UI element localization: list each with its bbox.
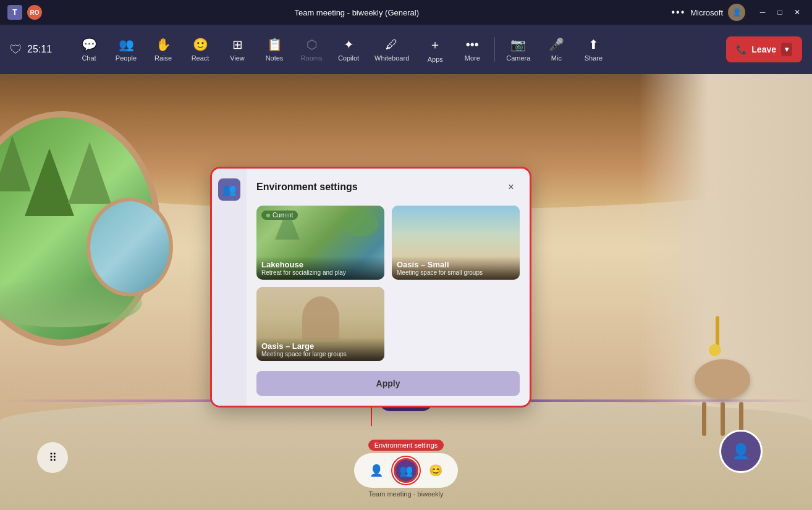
env-card-oasis-small[interactable]: Oasis – Small Meeting space for small gr… bbox=[392, 206, 520, 280]
call-timer: 25:11 bbox=[27, 44, 64, 55]
modal-content: Environment settings × Current Lakehouse… bbox=[247, 169, 530, 406]
vase-stem bbox=[716, 316, 719, 347]
inner-window bbox=[87, 198, 173, 296]
apps-button[interactable]: ＋ Apps bbox=[418, 33, 452, 67]
more-icon: ••• bbox=[466, 38, 479, 52]
share-icon: ⬆ bbox=[588, 37, 599, 52]
whiteboard-button[interactable]: 🖊 Whiteboard bbox=[368, 34, 415, 65]
table-leg-1 bbox=[702, 402, 706, 436]
mic-icon: 🎤 bbox=[549, 37, 564, 52]
table-top bbox=[695, 359, 750, 399]
notes-icon: 📋 bbox=[267, 37, 282, 52]
more-label: More bbox=[465, 54, 480, 62]
table-leg-2 bbox=[721, 402, 725, 436]
shield-icon: 🛡 bbox=[10, 43, 22, 57]
tree-3 bbox=[68, 142, 111, 204]
lakehouse-info: Lakehouse Retreat for socializing and pl… bbox=[256, 256, 384, 280]
raise-label: Raise bbox=[154, 54, 172, 62]
modal-close-button[interactable]: × bbox=[502, 178, 520, 196]
bottom-toolbar: Environment settings 👤 👥 😊 Team meeting … bbox=[354, 440, 458, 498]
toolbar: 🛡 25:11 💬 Chat 👥 People ✋ Raise 🙂 React … bbox=[0, 25, 812, 74]
notes-button[interactable]: 📋 Notes bbox=[257, 33, 292, 65]
emoji-button[interactable]: 😊 bbox=[423, 458, 448, 483]
raise-icon: ✋ bbox=[156, 37, 171, 52]
title-bar-left: T RO bbox=[7, 5, 42, 20]
camera-icon: 📷 bbox=[510, 37, 526, 52]
more-button[interactable]: ••• More bbox=[455, 34, 489, 65]
avatar-settings-button[interactable]: 👤 bbox=[364, 458, 389, 483]
minimize-button[interactable]: ─ bbox=[755, 5, 770, 20]
view-label: View bbox=[230, 54, 245, 62]
env-settings-tooltip: Environment settings bbox=[368, 440, 444, 451]
oasis-small-subtitle: Meeting space for small groups bbox=[397, 269, 515, 276]
title-bar: T RO Team meeting - biweekly (General) •… bbox=[0, 0, 812, 25]
chat-button[interactable]: 💬 Chat bbox=[72, 33, 106, 65]
meeting-label: Team meeting - biweekly bbox=[368, 490, 443, 498]
modal-header: Environment settings × bbox=[256, 178, 520, 196]
environment-settings-modal[interactable]: 👥 Environment settings × Current Lakehou… bbox=[210, 167, 531, 408]
chat-label: Chat bbox=[82, 54, 96, 62]
oasis-large-info: Oasis – Large Meeting space for large gr… bbox=[256, 338, 384, 361]
environment-icon: 👥 bbox=[218, 178, 240, 201]
env-button-ring bbox=[391, 456, 421, 485]
vase bbox=[713, 316, 721, 356]
react-label: React bbox=[192, 54, 209, 62]
oasis-large-title: Oasis – Large bbox=[261, 341, 379, 351]
close-button[interactable]: ✕ bbox=[790, 5, 805, 20]
env-card-lakehouse[interactable]: Current Lakehouse Retreat for socializin… bbox=[256, 206, 384, 280]
current-badge: Current bbox=[261, 211, 298, 220]
leave-label: Leave bbox=[751, 44, 776, 54]
empty-slot bbox=[392, 287, 520, 361]
maximize-button[interactable]: □ bbox=[772, 5, 787, 20]
copilot-label: Copilot bbox=[338, 54, 359, 62]
leave-button[interactable]: 📞 Leave ▾ bbox=[726, 36, 802, 62]
copilot-icon: ✦ bbox=[344, 37, 354, 52]
modal-sidebar: 👥 bbox=[212, 169, 247, 406]
notes-label: Notes bbox=[266, 54, 284, 62]
people-button[interactable]: 👥 People bbox=[109, 33, 143, 65]
camera-button[interactable]: 📷 Camera bbox=[500, 33, 536, 65]
oasis-large-subtitle: Meeting space for large groups bbox=[261, 351, 379, 357]
apply-button[interactable]: Apply bbox=[256, 371, 520, 396]
oasis-small-title: Oasis – Small bbox=[397, 260, 515, 269]
apps-label: Apps bbox=[428, 56, 443, 63]
more-options-icon[interactable]: ••• bbox=[671, 7, 685, 18]
react-button[interactable]: 🙂 React bbox=[183, 33, 218, 65]
meeting-title: Team meeting - biweekly (General) bbox=[42, 8, 671, 17]
share-label: Share bbox=[585, 54, 603, 62]
env-card-oasis-large[interactable]: Oasis – Large Meeting space for large gr… bbox=[256, 287, 384, 361]
user-avatar-small: RO bbox=[27, 5, 42, 20]
teams-logo: T bbox=[7, 5, 22, 20]
oasis-small-info: Oasis – Small Meeting space for small gr… bbox=[392, 256, 520, 280]
grid-view-button[interactable]: ⠿ bbox=[37, 442, 68, 473]
share-button[interactable]: ⬆ Share bbox=[576, 33, 611, 65]
mic-label: Mic bbox=[551, 54, 562, 62]
user-profile-avatar[interactable]: 👤 bbox=[728, 4, 745, 21]
rooms-label: Rooms bbox=[301, 54, 323, 62]
environments-grid: Current Lakehouse Retreat for socializin… bbox=[256, 206, 520, 361]
side-table bbox=[695, 359, 750, 436]
lakehouse-subtitle: Retreat for socializing and play bbox=[261, 269, 379, 276]
view-button[interactable]: ⊞ View bbox=[220, 33, 255, 65]
view-icon: ⊞ bbox=[232, 37, 243, 52]
separator bbox=[494, 37, 495, 62]
whiteboard-label: Whiteboard bbox=[374, 54, 409, 62]
window-controls: ─ □ ✕ bbox=[755, 5, 805, 20]
mic-button[interactable]: 🎤 Mic bbox=[539, 33, 573, 65]
modal-title: Environment settings bbox=[256, 182, 358, 193]
org-name: Microsoft bbox=[690, 8, 723, 17]
env-settings-button-wrapper: 👥 bbox=[394, 458, 418, 483]
leave-chevron-icon: ▾ bbox=[781, 43, 792, 56]
react-icon: 🙂 bbox=[193, 37, 208, 52]
whiteboard-icon: 🖊 bbox=[386, 38, 398, 52]
chat-icon: 💬 bbox=[82, 37, 97, 52]
copilot-button[interactable]: ✦ Copilot bbox=[331, 33, 366, 65]
people-label: People bbox=[116, 54, 137, 62]
current-dot bbox=[266, 214, 270, 217]
rooms-button[interactable]: ⬡ Rooms bbox=[294, 33, 329, 65]
camera-label: Camera bbox=[506, 54, 530, 62]
raise-button[interactable]: ✋ Raise bbox=[146, 33, 180, 65]
phone-icon: 📞 bbox=[736, 44, 746, 54]
lakehouse-title: Lakehouse bbox=[261, 260, 379, 269]
vase-flower bbox=[709, 344, 721, 356]
